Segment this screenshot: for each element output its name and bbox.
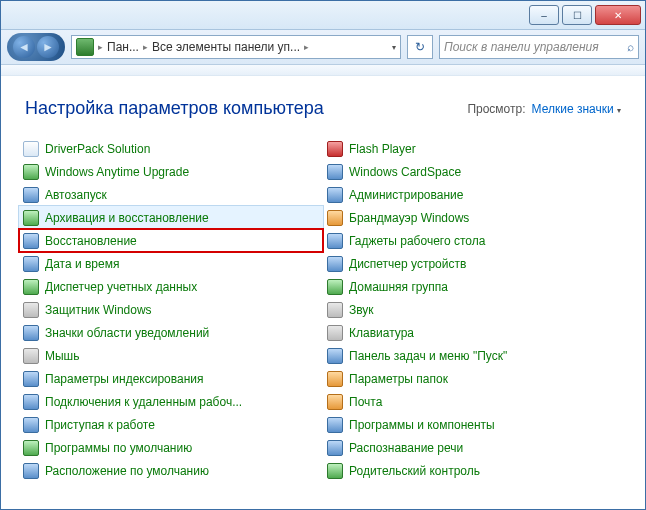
grey-icon: [23, 348, 39, 364]
cp-item-label: Windows CardSpace: [349, 165, 461, 179]
cp-item-домашняя-группа[interactable]: Домашняя группа: [323, 275, 627, 298]
cp-item-label: Защитник Windows: [45, 303, 152, 317]
cp-item-звук[interactable]: Звук: [323, 298, 627, 321]
blue-icon: [327, 440, 343, 456]
address-bar[interactable]: ▸ Пан... ▸ Все элементы панели уп... ▸ ▾: [71, 35, 401, 59]
cp-item-дата-и-время[interactable]: Дата и время: [19, 252, 323, 275]
close-icon: ✕: [614, 10, 622, 21]
page-title: Настройка параметров компьютера: [25, 98, 324, 119]
cp-item-программы-по-умолчанию[interactable]: Программы по умолчанию: [19, 436, 323, 459]
cp-item-label: Диспетчер устройств: [349, 257, 466, 271]
cp-item-windows-anytime-upgrade[interactable]: Windows Anytime Upgrade: [19, 160, 323, 183]
blue-icon: [23, 325, 39, 341]
breadcrumb-1[interactable]: Пан...: [107, 40, 139, 54]
search-input[interactable]: Поиск в панели управления ⌕: [439, 35, 639, 59]
green-icon: [327, 279, 343, 295]
cp-item-распознавание-речи[interactable]: Распознавание речи: [323, 436, 627, 459]
forward-button[interactable]: ►: [37, 36, 59, 58]
cp-item-label: Родительский контроль: [349, 464, 480, 478]
cp-item-программы-и-компоненты[interactable]: Программы и компоненты: [323, 413, 627, 436]
maximize-icon: ☐: [573, 10, 582, 21]
blue-icon: [23, 417, 39, 433]
green-icon: [23, 164, 39, 180]
grey-icon: [327, 325, 343, 341]
arrow-left-icon: ◄: [18, 40, 30, 54]
cp-item-родительский-контроль[interactable]: Родительский контроль: [323, 459, 627, 482]
nav-back-forward: ◄ ►: [7, 33, 65, 61]
doc-icon: [23, 141, 39, 157]
cp-item-label: Приступая к работе: [45, 418, 155, 432]
cp-item-label: Программы по умолчанию: [45, 441, 192, 455]
cp-item-гаджеты-рабочего-стола[interactable]: Гаджеты рабочего стола: [323, 229, 627, 252]
green-icon: [23, 210, 39, 226]
control-panel-window: – ☐ ✕ ◄ ► ▸ Пан... ▸ Все элементы панели…: [0, 0, 646, 510]
cp-item-мышь[interactable]: Мышь: [19, 344, 323, 367]
arrow-right-icon: ►: [42, 40, 54, 54]
cp-item-label: Windows Anytime Upgrade: [45, 165, 189, 179]
cp-item-диспетчер-устройств[interactable]: Диспетчер устройств: [323, 252, 627, 275]
orange-icon: [327, 371, 343, 387]
cp-item-восстановление[interactable]: Восстановление: [19, 229, 323, 252]
refresh-icon: ↻: [415, 40, 425, 54]
maximize-button[interactable]: ☐: [562, 5, 592, 25]
blue-icon: [23, 256, 39, 272]
view-by-dropdown[interactable]: Мелкие значки ▾: [532, 102, 621, 116]
chevron-down-icon: ▾: [617, 106, 621, 115]
cp-item-driverpack-solution[interactable]: DriverPack Solution: [19, 137, 323, 160]
blue-icon: [23, 187, 39, 203]
cp-item-подключения-к-удаленным-рабоч[interactable]: Подключения к удаленным рабоч...: [19, 390, 323, 413]
cp-item-windows-cardspace[interactable]: Windows CardSpace: [323, 160, 627, 183]
minimize-icon: –: [541, 10, 547, 21]
cp-item-label: Программы и компоненты: [349, 418, 495, 432]
cp-item-диспетчер-учетных-данных[interactable]: Диспетчер учетных данных: [19, 275, 323, 298]
cp-item-label: DriverPack Solution: [45, 142, 150, 156]
refresh-button[interactable]: ↻: [407, 35, 433, 59]
breadcrumb-2[interactable]: Все элементы панели уп...: [152, 40, 300, 54]
items-column-right: Flash PlayerWindows CardSpaceАдминистрир…: [323, 137, 627, 482]
cp-item-параметры-папок[interactable]: Параметры папок: [323, 367, 627, 390]
green-icon: [327, 463, 343, 479]
search-icon: ⌕: [627, 40, 634, 54]
cp-item-администрирование[interactable]: Администрирование: [323, 183, 627, 206]
cp-item-label: Параметры индексирования: [45, 372, 203, 386]
blue-icon: [327, 233, 343, 249]
cp-item-label: Звук: [349, 303, 374, 317]
cp-item-label: Восстановление: [45, 234, 137, 248]
orange-icon: [327, 394, 343, 410]
cp-item-расположение-по-умолчанию[interactable]: Расположение по умолчанию: [19, 459, 323, 482]
cp-item-панель-задач-и-меню-пуск[interactable]: Панель задач и меню "Пуск": [323, 344, 627, 367]
cp-item-label: Почта: [349, 395, 382, 409]
chevron-down-icon[interactable]: ▾: [392, 43, 396, 52]
close-button[interactable]: ✕: [595, 5, 641, 25]
blue-icon: [23, 233, 39, 249]
cp-item-label: Подключения к удаленным рабоч...: [45, 395, 242, 409]
chevron-right-icon: ▸: [304, 42, 309, 52]
cp-item-брандмауэр-windows[interactable]: Брандмауэр Windows: [323, 206, 627, 229]
items-column-left: DriverPack SolutionWindows Anytime Upgra…: [19, 137, 323, 482]
cp-item-значки-области-уведомлений[interactable]: Значки области уведомлений: [19, 321, 323, 344]
chevron-right-icon: ▸: [98, 42, 103, 52]
cp-item-автозапуск[interactable]: Автозапуск: [19, 183, 323, 206]
cp-item-архивация-и-восстановление[interactable]: Архивация и восстановление: [19, 206, 323, 229]
blue-icon: [23, 371, 39, 387]
cp-item-параметры-индексирования[interactable]: Параметры индексирования: [19, 367, 323, 390]
cp-item-клавиатура[interactable]: Клавиатура: [323, 321, 627, 344]
control-panel-items: DriverPack SolutionWindows Anytime Upgra…: [1, 133, 645, 492]
blue-icon: [327, 417, 343, 433]
cp-item-label: Брандмауэр Windows: [349, 211, 469, 225]
blue-icon: [327, 187, 343, 203]
cp-item-label: Расположение по умолчанию: [45, 464, 209, 478]
minimize-button[interactable]: –: [529, 5, 559, 25]
cp-item-label: Параметры папок: [349, 372, 448, 386]
cp-item-flash-player[interactable]: Flash Player: [323, 137, 627, 160]
cp-item-приступая-к-работе[interactable]: Приступая к работе: [19, 413, 323, 436]
back-button[interactable]: ◄: [13, 36, 35, 58]
orange-icon: [327, 210, 343, 226]
search-placeholder: Поиск в панели управления: [444, 40, 599, 54]
grey-icon: [23, 302, 39, 318]
cp-item-label: Flash Player: [349, 142, 416, 156]
blue-icon: [23, 394, 39, 410]
cp-item-почта[interactable]: Почта: [323, 390, 627, 413]
command-bar: [1, 65, 645, 76]
cp-item-защитник-windows[interactable]: Защитник Windows: [19, 298, 323, 321]
